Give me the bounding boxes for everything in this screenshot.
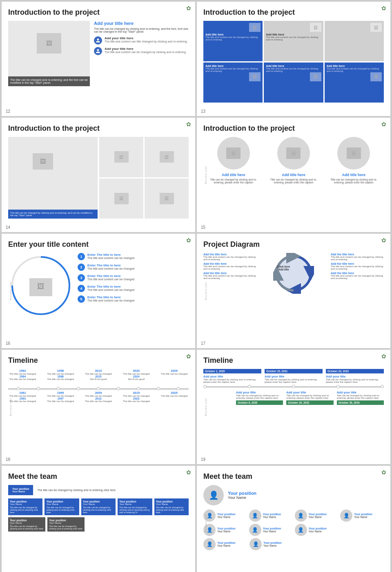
desc-1994: The title can be changed [8, 378, 37, 380]
t-title-top-2: Add your title [326, 375, 384, 378]
step-3: 4 Enter The title in here The title and … [78, 285, 189, 292]
img-icon-0: 🖼 [253, 25, 257, 30]
diag-right-0: Add the title here The title and content… [331, 253, 384, 261]
step-title-1: Enter The title in here [87, 264, 134, 267]
slide-15: ✿ Business plan Introduction to the proj… [197, 118, 390, 232]
snowflake-13: ✿ [381, 5, 386, 11]
team-member-gray-0: Your position Your Name The title can be… [8, 517, 45, 532]
desc-2025: The title can be changed [160, 395, 189, 397]
sidebar-label-15: Business plan [205, 166, 207, 184]
dot-4 [97, 387, 100, 390]
t-title-bot-1: Add your title [286, 391, 333, 394]
cell-0: 🖼 Add title here The title and content c… [203, 21, 263, 61]
snowflake-20: ✿ [186, 469, 191, 476]
t-line-19 [203, 387, 384, 387]
cell-2: 🖼 [325, 21, 384, 61]
cell-14-1: 🖼 [145, 137, 189, 177]
desc-2029: The title can be changed [160, 373, 189, 375]
slide-number-12: 12 [6, 109, 10, 114]
slide-12: ✿ Business plan Introduction to the proj… [2, 2, 195, 116]
item-desc-0: The title and content can title changed … [105, 40, 187, 43]
cell-1: 🖼 Add title here The title and content c… [264, 21, 323, 61]
slide-number-17: 17 [201, 341, 205, 346]
svg-text:🖼: 🖼 [37, 282, 45, 290]
dot-0 [17, 387, 20, 390]
top-pos-21: Your position [228, 491, 256, 496]
step-title-0: Enter The title in here [87, 253, 134, 257]
team-m2-0: 👤 Your position Your Name [203, 509, 247, 522]
img-icon-14: 🖼 [40, 158, 46, 165]
slide-title-21: Meet the team [203, 472, 384, 481]
circle-item-1: 🖼 Add title here Title can be changed by… [269, 137, 318, 184]
team-m2-6: 👤 Your position Your Name [295, 524, 339, 536]
top-desc-20: The title can be changed by clicking and… [37, 489, 116, 492]
cell-14-3: 🖼 [145, 179, 189, 219]
cell-title-1: Add title here [266, 33, 321, 36]
cell-4: Add title here The title and content can… [264, 63, 323, 103]
caption-12: The title can be changed and re-entering… [8, 76, 90, 86]
diag-right-1: Add the title here The title and content… [331, 262, 384, 270]
year-2015: 2015 [84, 375, 113, 378]
diag-left-0: Add the title here The title and content… [203, 253, 256, 261]
team-m2-8: 👤 Your position Your Name [249, 538, 294, 550]
t-item-bot-2: Add your title Title can be changed by c… [337, 391, 384, 405]
t-dot-2 [292, 385, 295, 388]
t-dot-3 [336, 385, 340, 388]
img-ph-14: 🖼 [33, 153, 53, 170]
team-member-0: Your position Your Name The title can be… [8, 498, 42, 515]
cap-14: The title can be changed by clicking and… [8, 210, 98, 219]
year-1991: 1991 [8, 391, 37, 395]
diag-left-2: Add the title here The title and content… [203, 272, 256, 279]
team-member-1: Your position Your Name The title can be… [45, 498, 79, 515]
timeline-line-18 [8, 389, 189, 389]
year-2025: 2025 [160, 391, 189, 395]
t-title-top-0: Add your title [203, 375, 261, 378]
year-2024: 2024 [122, 375, 151, 378]
slide-title-19: Timeline [203, 356, 384, 365]
team-member-3: Your position Your Name The title can be… [118, 498, 152, 515]
desc-1998: The title can be changed [46, 378, 75, 380]
team-m2-1: 👤 Your position Your Name [249, 509, 293, 522]
diag-left-1: Add the title here The title and content… [203, 262, 256, 270]
year-1997: 1997 [46, 397, 75, 400]
main-desc-12: The title can be changed by clicking and… [94, 27, 189, 33]
team-m2-3: 👤 Your position Your Name [340, 509, 384, 522]
cell-desc-4: The title and content can be changed by … [266, 67, 321, 72]
t-item-top-0: October 1, 2029 Add your title Title can… [203, 369, 261, 383]
slide-13: ✿ Business plan Introduction to the proj… [197, 2, 390, 116]
cell-title-3: Add title here [205, 65, 261, 67]
team-member-2: Your position Your Name The title can be… [81, 498, 116, 515]
cell-title-0: Add title here [205, 33, 261, 36]
snowflake-12: ✿ [186, 5, 191, 11]
slide-14: ✿ Business plan Introduction to the proj… [2, 118, 195, 232]
main-grid: ✿ Business plan Introduction to the proj… [0, 0, 392, 572]
t-desc-top-2: Title can be changed by clicking and re-… [326, 378, 384, 383]
slide-title-16: Enter your title content [8, 240, 189, 249]
cell-14-2: 🖼 [99, 179, 143, 219]
snowflake-15: ✿ [381, 121, 386, 127]
circle-title-1: Add title here [282, 173, 305, 177]
arc-container-16: 🖼 [8, 253, 74, 318]
t-item-top-1: October 15, 2031 Add your title Title ca… [265, 369, 323, 383]
circle-desc-0: Title can be changed by clicking and re-… [209, 178, 258, 184]
step-title-3: Enter The title in here [87, 285, 134, 288]
snowflake-19: ✿ [381, 353, 386, 360]
t-title-bot-0: Add your title [236, 391, 283, 394]
dot-1 [37, 387, 40, 390]
slide-title-15: Introduction to the project [203, 124, 384, 133]
step-2: 3 Enter The title in here The title and … [78, 274, 189, 282]
t-title-top-1: Add your title [265, 375, 323, 378]
year-2009: 2009 [84, 391, 113, 395]
sidebar-label-19: Business plan [205, 398, 207, 416]
snowflake-21: ✿ [381, 469, 386, 476]
circle-title-0: Add title here [222, 173, 245, 177]
center-label1: Click here [277, 265, 290, 268]
dot-5 [117, 387, 120, 390]
desc-1997: The title can be changed [46, 400, 75, 402]
step-desc-2: The title and content can be changed [87, 278, 134, 281]
img-icon-5: 🖼 [374, 74, 378, 79]
slide-title-17: Project Diagram [203, 240, 384, 249]
t-dot-4 [381, 385, 384, 388]
step-4: 5 Enter The title in here The title and … [78, 295, 189, 303]
cell-desc-0: The title and content can be changed by … [205, 36, 261, 41]
